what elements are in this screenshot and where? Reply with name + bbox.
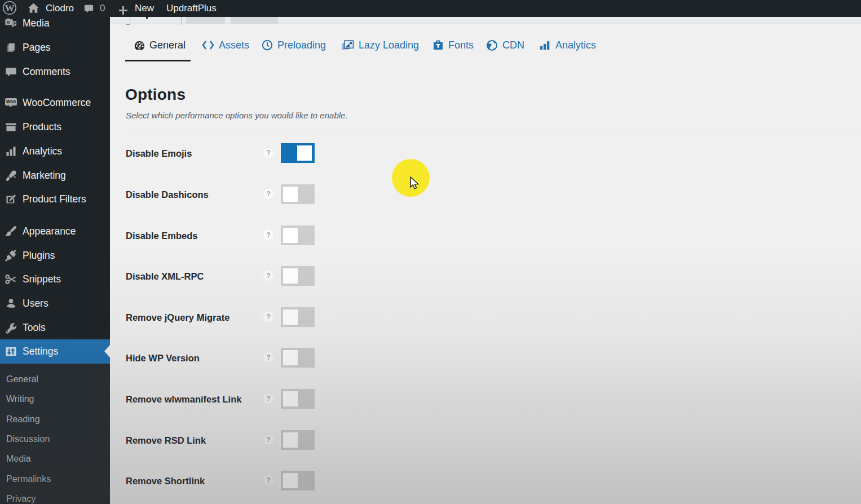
svg-text:W: W bbox=[5, 3, 15, 14]
svg-text:Woo: Woo bbox=[6, 99, 16, 104]
